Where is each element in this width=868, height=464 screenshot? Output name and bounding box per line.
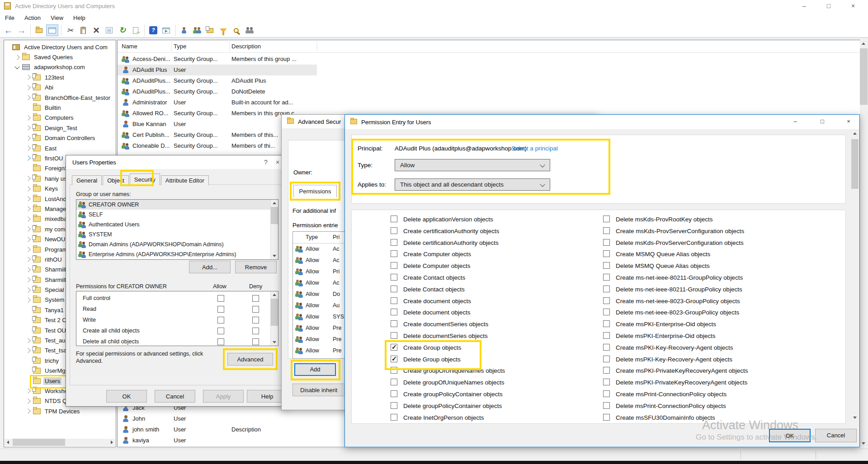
group-list-item[interactable]: CREATOR OWNER	[76, 200, 270, 210]
permission-checkbox-item[interactable]: Create msPrint-ConnectionPolicy objects	[603, 390, 811, 400]
expander-icon[interactable]	[25, 206, 30, 211]
checkbox[interactable]	[391, 297, 397, 304]
new-window-icon[interactable]	[160, 24, 172, 36]
permissions-tab[interactable]: Permissions	[293, 185, 337, 197]
checkbox[interactable]	[603, 332, 610, 339]
type-dropdown[interactable]: Allow	[395, 159, 550, 171]
listbox-scrollbar[interactable]	[270, 291, 278, 346]
listbox-scrollbar[interactable]	[270, 200, 278, 259]
help-icon[interactable]	[144, 24, 159, 36]
filter-icon[interactable]	[217, 24, 229, 36]
deny-checkbox[interactable]	[252, 338, 259, 345]
permission-row[interactable]: Full control	[76, 293, 270, 304]
checkbox[interactable]	[391, 262, 397, 269]
scrollbar-thumb[interactable]	[271, 299, 278, 326]
checkbox[interactable]	[391, 250, 397, 257]
checkbox[interactable]	[391, 414, 397, 421]
tree-item[interactable]: 123test	[5, 72, 116, 82]
export-list-icon[interactable]	[129, 24, 142, 36]
tree-item[interactable]: Builtin	[5, 103, 116, 112]
applies-to-dropdown[interactable]: This object and all descendant objects	[395, 178, 550, 191]
deny-checkbox[interactable]	[252, 295, 259, 302]
permission-checkbox-item[interactable]: Delete certificationAuthority objects	[391, 239, 599, 249]
expander-icon[interactable]	[25, 156, 30, 161]
permission-checkbox-item[interactable]: Delete document objects	[391, 309, 599, 319]
permission-checkbox-item[interactable]: Create ms-net-ieee-8023-GroupPolicy obje…	[603, 297, 811, 307]
permissions-listbox[interactable]: Full control Read Write	[76, 291, 278, 346]
scrollbar-thumb[interactable]	[851, 139, 859, 189]
close-icon[interactable]: ×	[276, 159, 279, 166]
scroll-down-icon[interactable]	[853, 417, 857, 419]
expander-icon[interactable]	[25, 115, 30, 120]
group-list-item[interactable]: SELF	[76, 210, 270, 220]
scroll-right-icon[interactable]	[111, 441, 113, 444]
cancel-button[interactable]: Cancel	[815, 429, 857, 442]
permission-checkbox-item[interactable]: Create InetOrgPerson objects	[391, 414, 599, 424]
scrollbar-thumb[interactable]	[271, 207, 278, 224]
minimize-icon[interactable]: –	[794, 0, 815, 12]
policy-icon[interactable]	[243, 24, 255, 36]
tab[interactable]: General	[72, 175, 102, 185]
checkbox[interactable]	[391, 274, 397, 281]
checkbox[interactable]	[391, 379, 397, 385]
checkbox[interactable]	[603, 274, 610, 281]
permission-checkbox-item[interactable]: Delete msPrint-ConnectionPolicy objects	[603, 402, 811, 412]
column-divider[interactable]	[317, 41, 317, 52]
allow-checkbox[interactable]	[217, 295, 224, 302]
permission-checkbox-item[interactable]: Create msPKI-Key-Recovery-Agent objects	[603, 344, 811, 354]
permission-checkbox-item[interactable]: Delete documentSeries objects	[391, 332, 599, 342]
expander-icon[interactable]	[14, 55, 19, 60]
permission-checkbox-item[interactable]: Create Group objects	[391, 344, 599, 354]
checkbox[interactable]	[603, 344, 610, 351]
ok-button[interactable]: OK	[106, 390, 147, 403]
expander-icon[interactable]	[25, 338, 30, 343]
type-column-header[interactable]: Type	[306, 234, 318, 240]
expander-icon[interactable]	[25, 126, 30, 131]
add-button[interactable]: Add...	[189, 261, 231, 273]
permission-checkbox-item[interactable]: Create msKds-ProvServerConfiguration obj…	[603, 227, 811, 237]
permission-checkbox-item[interactable]: Create MSMQ Queue Alias objects	[603, 250, 811, 260]
tree-item[interactable]: Active Directory Users and Com	[5, 42, 116, 52]
apply-button[interactable]: Apply	[203, 390, 244, 403]
checkbox[interactable]	[391, 286, 397, 292]
expander-icon[interactable]	[25, 398, 30, 403]
advanced-button[interactable]: Advanced	[227, 353, 273, 366]
principal-column-header[interactable]: Pri	[333, 234, 340, 240]
expander-icon[interactable]	[25, 145, 30, 150]
list-vertical-scrollbar[interactable]	[860, 40, 868, 447]
permission-checkbox-item[interactable]: Create Computer objects	[391, 250, 599, 260]
checkbox[interactable]	[603, 379, 610, 385]
expander-icon[interactable]	[25, 409, 30, 414]
tree-item[interactable]: Domain Controllers	[5, 133, 116, 143]
checkbox[interactable]	[603, 216, 610, 222]
select-principal-link[interactable]: Select a principal	[511, 145, 558, 152]
permission-checkbox-item[interactable]: Create msPKI-Enterprise-Oid objects	[603, 320, 811, 330]
permission-checkbox-item[interactable]: Create groupOfUniqueNames objects	[391, 367, 599, 377]
permission-checkbox-item[interactable]: Create groupPolicyContainer objects	[391, 390, 599, 400]
checkbox[interactable]	[391, 320, 397, 327]
permission-checkbox-item[interactable]: Delete msPKI-Key-Recovery-Agent objects	[603, 356, 811, 366]
group-list-item[interactable]: Authenticated Users	[76, 220, 270, 230]
properties-icon[interactable]	[103, 24, 115, 36]
checkbox[interactable]	[391, 344, 397, 351]
scroll-left-icon[interactable]	[7, 441, 9, 444]
tab[interactable]: Object	[103, 175, 129, 185]
add-user-icon[interactable]	[175, 24, 190, 36]
permission-checkbox-item[interactable]: Create documentSeries objects	[391, 320, 599, 330]
expander-icon[interactable]	[25, 389, 30, 394]
expander-icon[interactable]	[14, 64, 19, 69]
checkbox[interactable]	[603, 286, 610, 292]
checkbox[interactable]	[603, 390, 610, 397]
group-names-listbox[interactable]: CREATOR OWNER SELF Authenticated Users	[76, 199, 278, 260]
permission-checkbox-item[interactable]: Create document objects	[391, 297, 599, 307]
expander-icon[interactable]	[25, 277, 30, 282]
expander-icon[interactable]	[25, 247, 30, 252]
permission-checkbox-item[interactable]: Delete msKds-ProvRootKey objects	[603, 216, 811, 225]
tree-item[interactable]: TPM Devices	[5, 406, 116, 416]
group-list-item[interactable]: SYSTEM	[76, 230, 270, 239]
expander-icon[interactable]	[25, 95, 30, 100]
expander-icon[interactable]	[25, 176, 30, 181]
tree-item[interactable]: BranchOffice-East_testor	[5, 93, 116, 103]
scroll-down-icon[interactable]	[862, 442, 865, 445]
expander-icon[interactable]	[25, 227, 30, 232]
